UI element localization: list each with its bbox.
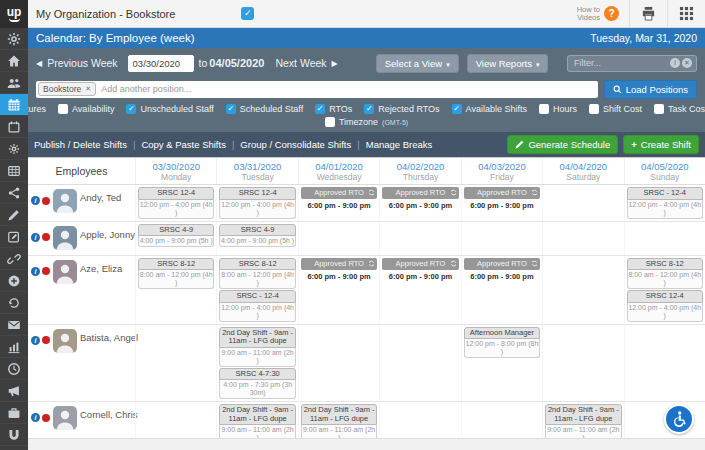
sidebar-item-calendar-outline[interactable] [0, 116, 28, 138]
sidebar-item-clock[interactable] [0, 358, 28, 380]
select-view-dropdown[interactable]: Select a View▾ [376, 54, 459, 73]
sidebar-item-plus-circle[interactable] [0, 270, 28, 292]
sidebar-item-bar-chart[interactable] [0, 336, 28, 358]
info-icon[interactable]: i [31, 196, 40, 205]
sidebar-item-users[interactable] [0, 72, 28, 94]
schedule-day-cell[interactable]: SRSC 4-94:00 pm - 9:00 pm (5h ) [216, 222, 297, 255]
info-icon[interactable]: i [31, 267, 40, 276]
shift-cell[interactable]: SRSC - 12-412:00 pm - 4:00 pm (4h ) [219, 290, 295, 322]
schedule-day-cell[interactable] [379, 222, 460, 255]
remove-tag-icon[interactable]: ✕ [85, 85, 91, 93]
add-position-input[interactable] [96, 84, 596, 94]
info-icon[interactable]: i [31, 233, 40, 242]
schedule-day-cell[interactable] [542, 256, 623, 324]
checkbox-available-shifts[interactable]: ✓Available Shifts [452, 104, 527, 114]
schedule-day-cell[interactable] [461, 402, 542, 438]
sidebar-item-calendar[interactable] [0, 94, 28, 116]
accessibility-button[interactable] [664, 404, 694, 434]
checkbox-scheduled-staff[interactable]: ✓Scheduled Staff [226, 104, 303, 114]
load-positions-button[interactable]: Load Positions [604, 80, 697, 99]
shift-cell[interactable]: SRSC 12-412:00 pm - 4:00 pm (4h ) [219, 187, 295, 219]
start-date-input[interactable] [128, 55, 194, 72]
schedule-day-cell[interactable]: 2nd Day Shift - 9am - 11am - LFG dupe9:0… [216, 402, 297, 438]
schedule-day-cell[interactable]: 2nd Day Shift - 9am - 11am - LFG dupe9:0… [298, 402, 379, 438]
schedule-day-cell[interactable] [461, 222, 542, 255]
rto-cell[interactable]: Approved RTO6:00 pm - 9:00 pm [464, 258, 540, 283]
checkbox-rejected-rtos[interactable]: ✓Rejected RTOs [364, 104, 439, 114]
action-link-publish-delete-shifts[interactable]: Publish / Delete Shifts [34, 139, 127, 150]
rto-cell[interactable]: Approved RTO6:00 pm - 9:00 pm [464, 187, 540, 212]
shift-cell[interactable]: SRSC 12-412:00 pm - 4:00 pm (4h ) [138, 187, 214, 219]
action-link-group-consolidate-shifts[interactable]: Group / Consolidate Shifts [240, 139, 351, 150]
schedule-day-cell[interactable] [542, 325, 623, 402]
schedule-day-cell[interactable]: Approved RTO6:00 pm - 9:00 pm [379, 256, 460, 324]
schedule-day-cell[interactable] [624, 325, 705, 402]
sidebar-item-briefcase[interactable] [0, 402, 28, 424]
day-date-link[interactable]: 04/03/2020 [462, 161, 542, 172]
checkbox-timezone[interactable]: Timezone (GMT-5) [325, 117, 408, 127]
shift-cell[interactable]: SRSC 12-412:00 pm - 4:00 pm (4h ) [627, 290, 703, 322]
checkbox-unscheduled-staff[interactable]: ✓Unscheduled Staff [126, 104, 213, 114]
rto-cell[interactable]: Approved RTO6:00 pm - 9:00 pm [301, 258, 377, 283]
apps-grid-icon[interactable] [667, 0, 705, 27]
employee-name[interactable]: Aze, Eliza [80, 263, 122, 274]
schedule-day-cell[interactable]: SRSC 8-128:00 am - 12:00 pm (4h ) [135, 256, 216, 324]
print-icon[interactable] [629, 0, 667, 27]
view-reports-dropdown[interactable]: View Reports▾ [467, 54, 549, 73]
schedule-day-cell[interactable] [135, 325, 216, 402]
employee-name[interactable]: Cornell, Chris [80, 409, 138, 420]
org-name[interactable]: My Organization - Bookstore [36, 8, 175, 20]
generate-schedule-button[interactable]: Generate Schedule [507, 135, 618, 154]
info-icon[interactable]: i [670, 58, 680, 68]
schedule-day-cell[interactable]: SRSC 12-412:00 pm - 4:00 pm (4h ) [216, 185, 297, 221]
schedule-day-cell[interactable]: Approved RTO6:00 pm - 9:00 pm [379, 185, 460, 221]
day-date-link[interactable]: 04/01/2020 [299, 161, 379, 172]
schedule-day-cell[interactable]: SRSC 8-128:00 am - 12:00 pm (4h )SRSC 12… [624, 256, 705, 324]
checkbox-rtos[interactable]: ✓RTOs [315, 104, 352, 114]
schedule-day-cell[interactable]: SRSC 12-412:00 pm - 4:00 pm (4h ) [135, 185, 216, 221]
shift-cell[interactable]: 2nd Day Shift - 9am - 11am - LFG dupe9:0… [301, 404, 377, 438]
shift-cell[interactable]: SRSC - 12-412:00 pm - 4:00 pm (4h ) [627, 187, 703, 219]
schedule-day-cell[interactable]: Approved RTO6:00 pm - 9:00 pm [461, 185, 542, 221]
schedule-day-cell[interactable] [542, 222, 623, 255]
previous-week-button[interactable]: Previous Week [47, 57, 117, 69]
rto-cell[interactable]: Approved RTO6:00 pm - 9:00 pm [382, 187, 458, 212]
rto-cell[interactable]: Approved RTO6:00 pm - 9:00 pm [301, 187, 377, 212]
schedule-day-cell[interactable]: 2nd Day Shift - 9am - 11am - LFG dupe9:0… [542, 402, 623, 438]
schedule-day-cell[interactable] [379, 325, 460, 402]
schedule-day-cell[interactable] [298, 325, 379, 402]
shift-cell[interactable]: SRSC 8-128:00 am - 12:00 pm (4h ) [627, 258, 703, 290]
action-link-copy-paste-shifts[interactable]: Copy & Paste Shifts [141, 139, 225, 150]
info-icon[interactable]: i [31, 413, 40, 422]
app-logo[interactable]: up [0, 0, 28, 28]
shift-cell[interactable]: SRSC 4-7:304:00 pm - 7:30 pm (3h 30m) [219, 368, 295, 400]
sidebar-item-envelope[interactable] [0, 314, 28, 336]
sidebar-item-pen[interactable] [0, 204, 28, 226]
shift-cell[interactable]: Afternoon Manager12:00 pm - 8:00 pm (8h … [464, 327, 540, 359]
employee-name[interactable]: Apple, Jonny [80, 229, 135, 240]
checkbox-availability[interactable]: Availability [58, 104, 114, 114]
day-date-link[interactable]: 03/30/2020 [136, 161, 216, 172]
sidebar-item-table[interactable] [0, 160, 28, 182]
rto-cell[interactable]: Approved RTO6:00 pm - 9:00 pm [382, 258, 458, 283]
day-date-link[interactable]: 04/05/2020 [625, 161, 705, 172]
shift-cell[interactable]: 2nd Day Shift - 9am - 11am - LFG dupe9:0… [219, 327, 295, 367]
help-icon[interactable]: ? [604, 6, 619, 21]
action-link-manage-breaks[interactable]: Manage Breaks [366, 139, 433, 150]
clear-icon[interactable]: ✕ [682, 58, 692, 68]
schedule-day-cell[interactable]: SRSC 4-94:00 pm - 9:00 pm (5h ) [135, 222, 216, 255]
sidebar-item-megaphone[interactable] [0, 380, 28, 402]
info-icon[interactable]: i [31, 336, 40, 345]
schedule-day-cell[interactable] [542, 185, 623, 221]
sidebar-item-magnet[interactable] [0, 424, 28, 446]
shift-cell[interactable]: SRSC 4-94:00 pm - 9:00 pm (5h ) [138, 224, 214, 248]
shift-cell[interactable]: SRSC 8-128:00 am - 12:00 pm (4h ) [138, 258, 214, 290]
sidebar-item-home[interactable] [0, 50, 28, 72]
day-date-link[interactable]: 03/31/2020 [217, 161, 297, 172]
schedule-day-cell[interactable]: Afternoon Manager12:00 pm - 8:00 pm (8h … [461, 325, 542, 402]
employee-name[interactable]: Batista, Angel [80, 332, 138, 343]
end-date-label[interactable]: 04/05/2020 [209, 57, 264, 69]
schedule-day-cell[interactable]: Approved RTO6:00 pm - 9:00 pm [461, 256, 542, 324]
day-date-link[interactable]: 04/02/2020 [380, 161, 460, 172]
schedule-day-cell[interactable] [298, 222, 379, 255]
